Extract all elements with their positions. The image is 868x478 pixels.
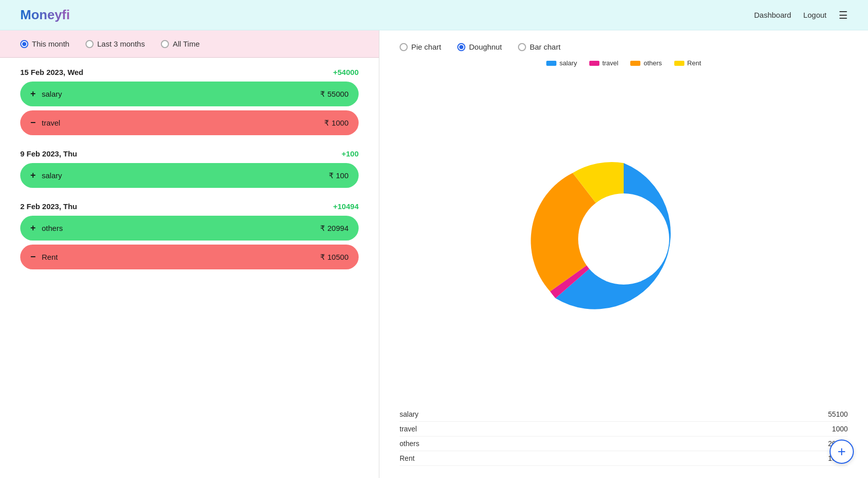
legend-item-travel: travel bbox=[589, 59, 619, 67]
summary-label-salary: salary bbox=[400, 410, 418, 418]
main-layout: This month Last 3 months All Time 15 Feb… bbox=[0, 30, 868, 478]
period-option-all-time[interactable]: All Time bbox=[161, 39, 199, 48]
date-group-0: 15 Feb 2023, Wed +54000 + salary ₹ 55000… bbox=[20, 68, 359, 135]
dashboard-link[interactable]: Dashboard bbox=[754, 11, 791, 19]
legend-label-travel: travel bbox=[602, 59, 619, 67]
period-label-last-3-months: Last 3 months bbox=[97, 39, 145, 48]
date-label-2: 2 Feb 2023, Thu bbox=[20, 202, 77, 211]
date-header-2: 2 Feb 2023, Thu +10494 bbox=[20, 202, 359, 211]
chart-type-bar[interactable]: Bar chart bbox=[518, 43, 560, 51]
date-total-1: +100 bbox=[341, 149, 359, 158]
period-selector: This month Last 3 months All Time bbox=[0, 30, 379, 58]
date-group-2: 2 Feb 2023, Thu +10494 + others ₹ 20994 … bbox=[20, 202, 359, 269]
radio-bar bbox=[518, 43, 526, 51]
donut-chart-svg bbox=[528, 143, 720, 335]
legend-label-salary: salary bbox=[559, 59, 577, 67]
left-panel: This month Last 3 months All Time 15 Feb… bbox=[0, 30, 379, 478]
legend-color-salary bbox=[546, 61, 556, 66]
transactions-list: 15 Feb 2023, Wed +54000 + salary ₹ 55000… bbox=[0, 58, 379, 478]
chart-type-pie-label: Pie chart bbox=[411, 43, 441, 51]
header-nav: Dashboard Logout ☰ bbox=[754, 9, 848, 21]
summary-value-salary: 55100 bbox=[828, 410, 848, 418]
right-panel: Pie chart Doughnut Bar chart salary trav… bbox=[379, 30, 868, 478]
tx-left: + salary bbox=[30, 89, 62, 99]
legend-color-rent bbox=[674, 61, 684, 66]
tx-amount: ₹ 1000 bbox=[324, 118, 349, 128]
summary-row-salary: salary 55100 bbox=[400, 407, 848, 422]
tx-left: − travel bbox=[30, 117, 60, 128]
tx-amount: ₹ 20994 bbox=[320, 224, 349, 233]
legend-label-others: others bbox=[643, 59, 662, 67]
summary-label-others: others bbox=[400, 440, 419, 448]
chart-type-doughnut[interactable]: Doughnut bbox=[457, 43, 502, 51]
date-label-0: 15 Feb 2023, Wed bbox=[20, 68, 83, 76]
tx-name: salary bbox=[42, 171, 62, 180]
transaction-item[interactable]: − Rent ₹ 10500 bbox=[20, 245, 359, 269]
legend-item-rent: Rent bbox=[674, 59, 701, 67]
summary-label-rent: Rent bbox=[400, 454, 415, 462]
period-label-this-month: This month bbox=[32, 39, 69, 48]
period-label-all-time: All Time bbox=[172, 39, 199, 48]
date-group-1: 9 Feb 2023, Thu +100 + salary ₹ 100 bbox=[20, 149, 359, 188]
radio-all-time bbox=[161, 40, 169, 48]
tx-amount: ₹ 55000 bbox=[320, 90, 349, 99]
summary-row-travel: travel 1000 bbox=[400, 422, 848, 436]
date-total-0: +54000 bbox=[333, 68, 359, 76]
tx-sign: − bbox=[30, 252, 36, 262]
tx-left: + salary bbox=[30, 170, 62, 181]
donut-hole bbox=[578, 193, 669, 285]
radio-last-3-months bbox=[85, 40, 94, 48]
tx-sign: + bbox=[30, 170, 36, 181]
summary-row-others: others 20994 bbox=[400, 436, 848, 451]
legend-item-salary: salary bbox=[546, 59, 577, 67]
period-option-last-3-months[interactable]: Last 3 months bbox=[85, 39, 145, 48]
legend-color-others bbox=[630, 61, 640, 66]
tx-sign: + bbox=[30, 223, 36, 233]
tx-amount: ₹ 10500 bbox=[320, 253, 349, 262]
chart-type-selector: Pie chart Doughnut Bar chart bbox=[400, 43, 848, 51]
chart-type-bar-label: Bar chart bbox=[530, 43, 560, 51]
logo: Moneyfi bbox=[20, 7, 70, 23]
chart-type-pie[interactable]: Pie chart bbox=[400, 43, 441, 51]
tx-sign: − bbox=[30, 117, 36, 128]
transaction-item[interactable]: + salary ₹ 100 bbox=[20, 163, 359, 188]
logout-link[interactable]: Logout bbox=[803, 11, 827, 19]
date-label-1: 9 Feb 2023, Thu bbox=[20, 149, 77, 158]
summary-value-travel: 1000 bbox=[832, 425, 848, 433]
radio-this-month bbox=[20, 40, 28, 48]
donut-chart-container bbox=[400, 75, 848, 403]
hamburger-icon[interactable]: ☰ bbox=[839, 9, 848, 21]
transaction-item[interactable]: + salary ₹ 55000 bbox=[20, 82, 359, 106]
summary-table: salary 55100 travel 1000 others 20994 Re… bbox=[400, 407, 848, 466]
radio-pie bbox=[400, 43, 408, 51]
date-total-2: +10494 bbox=[333, 202, 359, 211]
tx-amount: ₹ 100 bbox=[329, 171, 349, 180]
add-transaction-fab[interactable]: + bbox=[830, 440, 854, 464]
date-header-0: 15 Feb 2023, Wed +54000 bbox=[20, 68, 359, 76]
legend-color-travel bbox=[589, 61, 599, 66]
summary-row-rent: Rent 10500 bbox=[400, 451, 848, 466]
tx-name: Rent bbox=[42, 253, 58, 261]
tx-name: salary bbox=[42, 90, 62, 98]
radio-doughnut bbox=[457, 43, 465, 51]
chart-type-doughnut-label: Doughnut bbox=[469, 43, 502, 51]
tx-name: others bbox=[42, 224, 63, 232]
summary-label-travel: travel bbox=[400, 425, 417, 433]
transaction-item[interactable]: + others ₹ 20994 bbox=[20, 216, 359, 241]
header: Moneyfi Dashboard Logout ☰ bbox=[0, 0, 868, 30]
tx-name: travel bbox=[42, 118, 61, 127]
chart-legend: salary travel others Rent bbox=[400, 59, 848, 67]
tx-sign: + bbox=[30, 89, 36, 99]
period-option-this-month[interactable]: This month bbox=[20, 39, 69, 48]
tx-left: − Rent bbox=[30, 252, 58, 262]
transaction-item[interactable]: − travel ₹ 1000 bbox=[20, 110, 359, 135]
legend-label-rent: Rent bbox=[687, 59, 701, 67]
date-header-1: 9 Feb 2023, Thu +100 bbox=[20, 149, 359, 158]
legend-item-others: others bbox=[630, 59, 662, 67]
tx-left: + others bbox=[30, 223, 63, 233]
